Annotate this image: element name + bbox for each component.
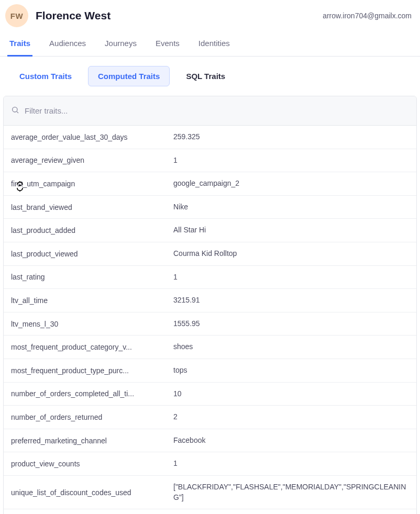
- trait-value: 10: [173, 389, 409, 399]
- trait-key: average_order_value_last_30_days: [11, 133, 173, 141]
- trait-row[interactable]: ltv_mens_l_301555.95: [4, 312, 416, 336]
- trait-row[interactable]: most_frequent_product_type_purc...tops: [4, 359, 416, 383]
- filter-row: [4, 96, 416, 126]
- trait-value: Courma Kid Rolltop: [173, 249, 409, 259]
- trait-key: last_brand_viewed: [11, 203, 173, 211]
- trait-value: tops: [173, 365, 409, 376]
- trait-value: 1: [173, 272, 409, 283]
- svg-line-1: [17, 111, 18, 113]
- trait-row[interactable]: unique_list_of_discount_codes_used["BLAC…: [4, 476, 416, 509]
- trait-key: number_of_orders_completed_all_ti...: [11, 389, 173, 398]
- avatar: FW: [5, 4, 28, 27]
- trait-value: ["BLACKFRIDAY","FLASHSALE","MEMORIALDAY"…: [173, 482, 409, 502]
- trait-value: 1555.95: [173, 319, 409, 329]
- trait-key: number_of_orders_returned: [11, 413, 173, 421]
- tab-audiences[interactable]: Audiences: [47, 32, 88, 57]
- trait-key: average_review_given: [11, 156, 173, 164]
- trait-key: unique_list_of_discount_codes_used: [11, 488, 173, 497]
- trait-value: Facebook: [173, 435, 409, 446]
- trait-key: ltv_all_time: [11, 296, 173, 305]
- trait-row[interactable]: last_brand_viewedNike: [4, 196, 416, 219]
- trait-row[interactable]: preferred_marketing_channelFacebook: [4, 429, 416, 453]
- tab-identities[interactable]: Identities: [196, 32, 232, 57]
- tab-sql-traits[interactable]: SQL Traits: [176, 66, 235, 86]
- user-name: Florence West: [36, 9, 110, 22]
- trait-row[interactable]: ltv_all_time3215.91: [4, 289, 416, 312]
- trait-key: first_utm_campaign: [11, 180, 173, 188]
- tab-traits[interactable]: Traits: [7, 32, 32, 57]
- trait-row[interactable]: last_product_addedAll Star Hi: [4, 219, 416, 242]
- trait-row[interactable]: unique_utm_source["Facebook","Google","I…: [4, 509, 416, 514]
- trait-row[interactable]: number_of_orders_returned2: [4, 406, 416, 429]
- trait-key: last_product_viewed: [11, 250, 173, 258]
- trait-value: All Star Hi: [173, 225, 409, 236]
- header-left: FW Florence West: [5, 4, 110, 27]
- search-icon: [11, 106, 19, 116]
- trait-key: last_rating: [11, 273, 173, 281]
- trait-key: last_product_added: [11, 226, 173, 234]
- trait-value: 259.325: [173, 132, 409, 142]
- trait-row[interactable]: product_view_counts1: [4, 452, 416, 476]
- trait-row[interactable]: number_of_orders_completed_all_ti...10: [4, 383, 416, 406]
- trait-value: 1: [173, 155, 409, 166]
- trait-row[interactable]: average_order_value_last_30_days259.325: [4, 126, 416, 149]
- tabs-primary: Traits Audiences Journeys Events Identit…: [0, 32, 420, 57]
- trait-value: 3215.91: [173, 295, 409, 306]
- profile-header: FW Florence West arrow.iron704@gmailx.co…: [0, 0, 420, 32]
- trait-row[interactable]: average_review_given1: [4, 149, 416, 173]
- trait-row[interactable]: last_product_viewedCourma Kid Rolltop: [4, 242, 416, 266]
- traits-list: average_order_value_last_30_days259.325a…: [4, 126, 416, 514]
- tab-custom-traits[interactable]: Custom Traits: [9, 66, 82, 86]
- trait-key: most_frequent_product_category_v...: [11, 343, 173, 351]
- trait-key: most_frequent_product_type_purc...: [11, 366, 173, 375]
- trait-value: 2: [173, 412, 409, 422]
- trait-value: google_campaign_2: [173, 178, 409, 189]
- traits-panel: average_order_value_last_30_days259.325a…: [3, 96, 417, 514]
- svg-point-0: [13, 107, 17, 112]
- trait-row[interactable]: most_frequent_product_category_v...shoes: [4, 336, 416, 359]
- trait-value: 1: [173, 459, 409, 469]
- trait-value: shoes: [173, 342, 409, 352]
- tabs-secondary: Custom Traits Computed Traits SQL Traits: [0, 57, 420, 96]
- trait-key: preferred_marketing_channel: [11, 437, 173, 445]
- trait-row[interactable]: last_rating1: [4, 266, 416, 289]
- tab-events[interactable]: Events: [153, 32, 182, 57]
- user-email: arrow.iron704@gmailx.com: [323, 12, 412, 20]
- tab-journeys[interactable]: Journeys: [103, 32, 139, 57]
- trait-value: Nike: [173, 202, 409, 213]
- trait-key: product_view_counts: [11, 460, 173, 468]
- trait-row[interactable]: first_utm_campaigngoogle_campaign_2: [4, 172, 416, 196]
- trait-key: ltv_mens_l_30: [11, 320, 173, 328]
- tab-computed-traits[interactable]: Computed Traits: [88, 66, 170, 86]
- filter-traits-input[interactable]: [25, 106, 409, 115]
